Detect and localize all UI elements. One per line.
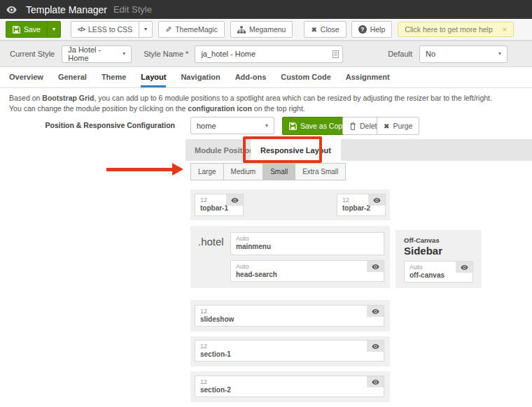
- less-dropdown-button[interactable]: ▾: [139, 21, 153, 38]
- tab-assignment[interactable]: Assignment: [346, 73, 390, 85]
- style-name-label: Style Name *: [144, 50, 188, 58]
- style-form-row: Current Style Ja Hotel - Home ▾ Style Na…: [0, 41, 532, 67]
- annotation-arrow-head: [172, 163, 183, 176]
- purge-label: Purge: [393, 122, 412, 130]
- module-section-1[interactable]: 12 section-1: [195, 340, 384, 362]
- help-label: Help: [370, 25, 386, 34]
- save-label: Save: [24, 25, 41, 34]
- breakpoint-tab-bar: Large Medium Small Extra Small: [190, 163, 346, 180]
- tab-large[interactable]: Large: [190, 163, 224, 180]
- less-to-css-button[interactable]: </> LESS to CSS: [71, 21, 139, 38]
- tab-small[interactable]: Small: [262, 163, 295, 180]
- save-as-copy-label: Save as Copy: [300, 122, 346, 130]
- module-width: Auto: [231, 261, 384, 270]
- tab-responsive-layout[interactable]: Responsive Layout: [251, 139, 341, 161]
- close-icon: ✖: [311, 26, 316, 34]
- sidebar-title: Sidebar: [404, 245, 442, 257]
- configuration-icon-bold: configuration icon: [188, 104, 252, 113]
- description-line-1: Based on Bootstrap Grid, you can add up …: [9, 93, 523, 103]
- tab-extra-small[interactable]: Extra Small: [295, 163, 346, 180]
- visibility-eye-toggle[interactable]: [367, 261, 384, 272]
- default-label: Default: [388, 50, 412, 58]
- megamenu-label: Megamenu: [249, 25, 286, 34]
- page-title: Template Manager: [26, 4, 107, 15]
- description-line-2: You can change the module position by cl…: [9, 103, 523, 114]
- magic-wand-icon: ✎: [165, 25, 172, 34]
- eye-icon: [6, 6, 17, 13]
- tab-module-positions[interactable]: Module Positions: [195, 139, 258, 161]
- app-header: Template Manager Edit Style: [0, 0, 532, 19]
- hotel-selector-label: .hotel: [198, 236, 224, 248]
- popup-close-icon[interactable]: ×: [503, 25, 507, 34]
- visibility-eye-toggle[interactable]: [368, 194, 385, 206]
- default-value: No: [426, 50, 435, 58]
- visibility-eye-toggle[interactable]: [367, 306, 384, 317]
- layout-profile-select[interactable]: home ▾: [190, 117, 274, 134]
- x-icon: ✖: [384, 122, 389, 130]
- visibility-eye-toggle[interactable]: [226, 194, 243, 206]
- visibility-eye-toggle[interactable]: [367, 376, 384, 387]
- sitemap-icon: [237, 26, 246, 34]
- row-slideshow: 12 slideshow: [190, 300, 390, 331]
- help-icon: ?: [358, 25, 367, 34]
- main-tab-bar: Overview General Theme Layout Navigation…: [0, 67, 532, 88]
- row-section-1: 12 section-1: [190, 336, 390, 366]
- megamenu-button[interactable]: Megamenu: [230, 21, 293, 38]
- module-slideshow[interactable]: 12 slideshow: [195, 305, 384, 327]
- tab-general[interactable]: General: [58, 73, 87, 85]
- style-name-field-wrap: [195, 45, 343, 63]
- module-topbar-2[interactable]: 12 topbar-2: [337, 194, 386, 216]
- toolbar: Save ▾ </> LESS to CSS ▾ ✎ ThemeMagic Me…: [0, 19, 532, 41]
- tab-theme[interactable]: Theme: [102, 73, 126, 85]
- save-split-button: Save ▾: [6, 21, 61, 38]
- help-button[interactable]: ? Help: [351, 21, 393, 38]
- off-canvas-label: Off-Canvas: [404, 236, 440, 244]
- tab-custom-code[interactable]: Custom Code: [281, 73, 331, 85]
- bootstrap-grid-bold: Bootstrap Grid: [42, 94, 94, 102]
- note-icon: [332, 50, 339, 58]
- chevron-down-icon: ▾: [498, 51, 501, 57]
- chevron-down-icon: ▾: [265, 123, 268, 129]
- module-section-2[interactable]: 12 section-2: [195, 376, 384, 397]
- row-header: .hotel Auto mainmenu Auto head-search: [190, 226, 390, 288]
- visibility-eye-toggle[interactable]: [456, 262, 472, 273]
- module-name: section-2: [195, 385, 384, 394]
- current-style-select[interactable]: Ja Hotel - Home ▾: [62, 45, 132, 63]
- module-name: mainmenu: [231, 242, 384, 250]
- annotation-arrow: [106, 168, 174, 171]
- thememagic-button[interactable]: ✎ ThemeMagic: [158, 21, 225, 38]
- thememagic-label: ThemeMagic: [175, 25, 218, 34]
- module-mainmenu[interactable]: Auto mainmenu: [230, 232, 384, 255]
- tab-overview[interactable]: Overview: [9, 73, 43, 85]
- style-name-input[interactable]: [195, 45, 343, 63]
- current-style-label: Current Style: [10, 50, 55, 58]
- off-canvas-block: Off-Canvas Sidebar Auto off-canvas: [396, 230, 482, 288]
- tab-medium[interactable]: Medium: [223, 163, 264, 180]
- page-subtitle: Edit Style: [113, 4, 152, 15]
- current-style-value: Ja Hotel - Home: [68, 45, 122, 62]
- default-select[interactable]: No ▾: [419, 45, 507, 63]
- row-section-2: 12 section-2: [190, 371, 390, 402]
- layout-profile-value: home: [197, 122, 216, 130]
- tab-add-ons[interactable]: Add-ons: [235, 73, 267, 85]
- close-label: Close: [321, 25, 340, 34]
- tab-navigation[interactable]: Navigation: [181, 73, 220, 85]
- save-dropdown-button[interactable]: ▾: [47, 21, 61, 38]
- module-off-canvas[interactable]: Auto off-canvas: [404, 261, 473, 283]
- save-button[interactable]: Save: [6, 21, 48, 38]
- close-button[interactable]: ✖ Close: [304, 21, 346, 38]
- module-width: 12: [195, 376, 384, 385]
- position-config-label: Position & Responsive Configuration: [0, 121, 175, 129]
- chevron-down-icon: ▾: [122, 51, 125, 57]
- save-icon: [13, 26, 20, 34]
- module-topbar-1[interactable]: 12 topbar-1: [195, 194, 244, 216]
- chevron-down-icon: ▾: [52, 27, 55, 32]
- layout-description: Based on Bootstrap Grid, you can add up …: [9, 93, 523, 114]
- help-popup-text: Click here to get more help: [405, 25, 492, 34]
- module-width: 12: [195, 306, 384, 315]
- module-head-search[interactable]: Auto head-search: [230, 260, 384, 282]
- purge-button[interactable]: ✖ Purge: [377, 117, 419, 135]
- visibility-eye-toggle[interactable]: [367, 341, 384, 352]
- chevron-down-icon: ▾: [144, 27, 147, 32]
- tab-layout[interactable]: Layout: [141, 73, 166, 87]
